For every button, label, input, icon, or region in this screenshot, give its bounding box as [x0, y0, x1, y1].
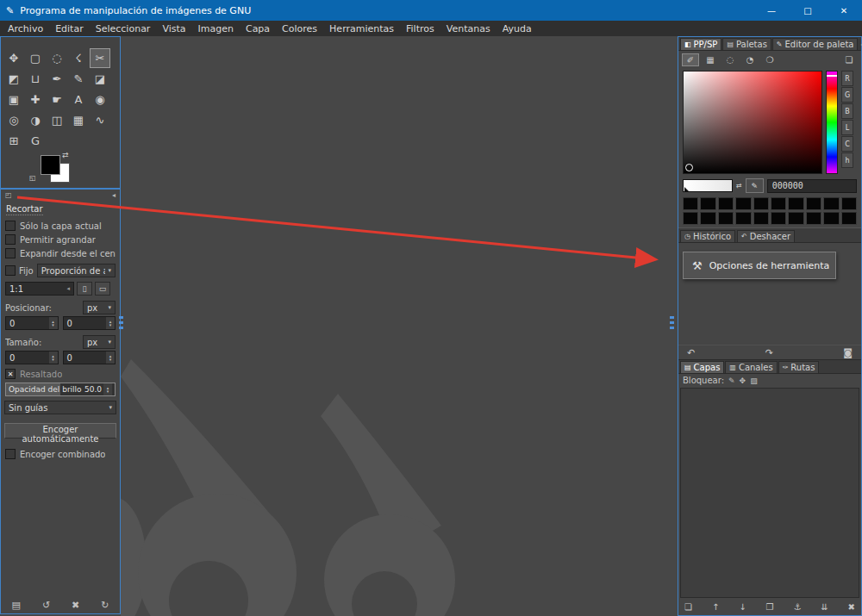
menu-capa[interactable]: Capa: [240, 22, 276, 35]
zoom-tool-button[interactable]: ◎: [3, 110, 24, 130]
minimize-button[interactable]: —: [753, 0, 790, 21]
right-resize-handle[interactable]: [670, 316, 674, 332]
highlight-checkbox[interactable]: ✕ Resaltado: [5, 369, 116, 379]
new-layer-icon[interactable]: ❏: [684, 602, 692, 612]
tab-menu-icon[interactable]: ◂: [859, 40, 862, 50]
palette-swatch[interactable]: [841, 197, 857, 210]
menu-herramientas[interactable]: Herramientas: [323, 22, 400, 35]
ratio-swap-icon[interactable]: ◂: [66, 285, 70, 292]
size-unit-combo[interactable]: px ▾: [83, 335, 116, 349]
clone-tool-button[interactable]: ▣: [3, 90, 24, 109]
palette-swatch[interactable]: [753, 212, 769, 225]
curves-tool-button[interactable]: ∿: [90, 110, 110, 130]
channel-g-button[interactable]: G: [841, 87, 853, 103]
spinner-arrows-icon[interactable]: ▴▾: [103, 383, 112, 395]
restore-options-button[interactable]: ↺: [42, 600, 50, 611]
size-height-spinner[interactable]: 0 ▴▾: [63, 351, 116, 364]
expand-from-center-checkbox[interactable]: Expandir desde el centro: [5, 248, 116, 258]
hex-color-input[interactable]: 000000: [767, 179, 857, 193]
channel-b-button[interactable]: B: [841, 103, 853, 119]
landscape-button[interactable]: ▭: [95, 282, 110, 296]
color-balance-tool-button[interactable]: ◑: [25, 110, 46, 130]
palette-swatch[interactable]: [718, 197, 734, 210]
layers-list[interactable]: [680, 388, 859, 598]
palette-selector-button[interactable]: ❍: [761, 53, 778, 66]
highlight-opacity-slider[interactable]: Opacidad del brillo 50.0 ▴▾: [5, 383, 116, 396]
lower-layer-icon[interactable]: ↓: [739, 602, 746, 612]
tool-options-floating-tab[interactable]: ⚒ Opciones de herramienta: [683, 252, 836, 279]
menu-ventanas[interactable]: Ventanas: [440, 22, 497, 35]
channel-r-button[interactable]: R: [841, 71, 853, 86]
size-width-spinner[interactable]: 0 ▴▾: [5, 351, 59, 364]
paintbrush-tool-button[interactable]: ✎: [68, 69, 89, 89]
auto-shrink-button[interactable]: Encoger automáticamente: [4, 423, 116, 439]
palette-swatch[interactable]: [683, 197, 698, 210]
reset-options-button[interactable]: ↻: [101, 600, 109, 611]
menu-editar[interactable]: Editar: [49, 22, 90, 35]
flip-tool-button[interactable]: ◫: [47, 110, 67, 130]
smudge-tool-button[interactable]: ☛: [47, 90, 67, 109]
menu-colores[interactable]: Colores: [276, 22, 323, 35]
duplicate-layer-icon[interactable]: ❐: [766, 602, 774, 612]
palette-swatch[interactable]: [753, 197, 769, 210]
position-y-spinner[interactable]: 0 ▴▾: [63, 316, 116, 330]
lock-alpha-icon[interactable]: ▨: [750, 376, 758, 385]
panel-dock-icon[interactable]: ◰: [5, 191, 12, 199]
aspect-ratio-input[interactable]: 1:1 ◂: [5, 282, 74, 296]
palette-swatch[interactable]: [806, 212, 821, 225]
channel-c-button[interactable]: C: [841, 136, 853, 152]
palette-swatch[interactable]: [788, 212, 803, 225]
spinner-arrows-icon[interactable]: ▴▾: [106, 317, 115, 329]
save-options-button[interactable]: ▤: [11, 600, 20, 611]
channel-h-button[interactable]: h: [841, 152, 853, 168]
current-color-bar[interactable]: [683, 179, 733, 192]
tab-capas[interactable]: ▤ Capas: [680, 361, 724, 373]
redo-icon[interactable]: ↷: [765, 347, 773, 358]
channel-l-button[interactable]: L: [841, 120, 853, 135]
anchor-layer-icon[interactable]: ⚓: [793, 602, 801, 612]
watercolor-selector-button[interactable]: ◌: [721, 53, 739, 66]
foreground-color-swatch[interactable]: [41, 155, 60, 175]
fixed-aspect-combo[interactable]: Proporción de a... ▾: [37, 264, 116, 277]
maximize-button[interactable]: □: [790, 0, 826, 21]
palette-swatch[interactable]: [823, 197, 839, 210]
current-layer-only-checkbox[interactable]: Sólo la capa actual: [5, 221, 116, 231]
tab-canales[interactable]: ▥ Canales: [725, 361, 777, 373]
gegl-tool-button[interactable]: G: [25, 131, 46, 151]
tab-editor-de-paleta[interactable]: ✎ Editor de paleta: [772, 38, 859, 50]
palette-swatch[interactable]: [771, 212, 786, 225]
palette-swatch[interactable]: [700, 212, 715, 225]
free-select-tool-button[interactable]: ◌: [47, 48, 67, 68]
crop-tool-button[interactable]: ✂: [90, 48, 110, 68]
gimp-selector-button[interactable]: ✐: [682, 53, 699, 66]
menu-filtros[interactable]: Filtros: [400, 22, 440, 35]
delete-options-button[interactable]: ✖: [72, 600, 79, 611]
scales-selector-button[interactable]: ❏: [840, 53, 858, 66]
swap-color-icon[interactable]: ⇄: [736, 182, 742, 190]
image-canvas[interactable]: [121, 36, 678, 616]
undo-icon[interactable]: ↶: [687, 347, 695, 358]
lock-pixels-icon[interactable]: ✎: [728, 376, 735, 385]
fixed-checkbox[interactable]: [5, 265, 16, 276]
fuzzy-select-tool-button[interactable]: ☇: [68, 48, 89, 68]
pick-color-button[interactable]: ✎: [746, 178, 764, 193]
bucket-fill-tool-button[interactable]: ⊔: [25, 69, 46, 89]
palette-swatch[interactable]: [771, 197, 786, 210]
allow-growing-checkbox[interactable]: Permitir agrandar: [5, 234, 116, 245]
palette-swatch[interactable]: [718, 212, 734, 225]
move-tool-button[interactable]: ✥: [3, 48, 24, 68]
eraser-tool-button[interactable]: ◪: [90, 69, 110, 89]
lock-position-icon[interactable]: ✥: [740, 376, 746, 385]
close-button[interactable]: ✕: [826, 0, 862, 21]
spinner-arrows-icon[interactable]: ▴▾: [49, 317, 58, 329]
palette-swatch[interactable]: [735, 197, 751, 210]
menu-seleccionar[interactable]: Seleccionar: [90, 22, 157, 35]
levels-tool-button[interactable]: ▦: [68, 110, 89, 130]
merge-layer-icon[interactable]: ⇊: [821, 602, 828, 612]
align-tool-button[interactable]: ⊞: [3, 131, 24, 151]
tab-deshacer[interactable]: ↶ Deshacer: [737, 230, 795, 242]
reset-colors-icon[interactable]: ◱: [29, 174, 36, 182]
menu-archivo[interactable]: Archivo: [2, 22, 49, 35]
palette-swatch[interactable]: [683, 212, 698, 225]
spinner-arrows-icon[interactable]: ▴▾: [106, 352, 115, 364]
